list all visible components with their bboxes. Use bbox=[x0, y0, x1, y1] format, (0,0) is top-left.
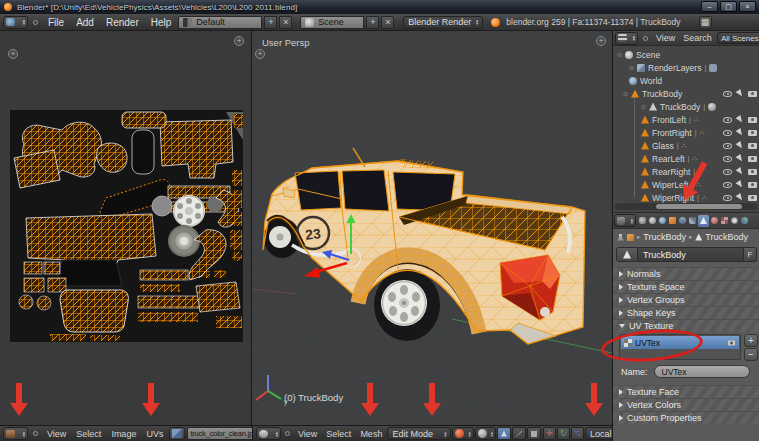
tab-particles[interactable] bbox=[730, 215, 739, 227]
vp-editor-type-button[interactable]: ▴▾ bbox=[256, 427, 281, 440]
tab-material[interactable] bbox=[710, 215, 719, 227]
uv-texture-remove-button[interactable]: − bbox=[744, 348, 758, 361]
uv-menu-select[interactable]: Select bbox=[72, 429, 105, 439]
outliner-editor-type-button[interactable]: ▴▾ bbox=[615, 32, 638, 45]
annotation-arrow-snap bbox=[584, 383, 604, 417]
annotation-arrow-image-selector bbox=[141, 383, 161, 417]
scene-selector[interactable]: Scene bbox=[300, 16, 364, 29]
panel-vertex-groups[interactable]: Vertex Groups bbox=[613, 293, 759, 306]
outliner-item-rearleft[interactable]: RearLeft|∴ bbox=[613, 152, 759, 165]
select-mode-face-button[interactable] bbox=[527, 427, 541, 440]
screen-layout-selector[interactable]: Default bbox=[178, 16, 262, 29]
uv-region-expand-icon[interactable]: + bbox=[8, 49, 18, 59]
properties-editor[interactable]: ▴▾ ▸ TruckBody ▸ Tr bbox=[613, 212, 759, 441]
vp-menu-select[interactable]: Select bbox=[322, 429, 355, 439]
outliner-item-frontleft[interactable]: FrontLeft|∴ bbox=[613, 113, 759, 126]
breadcrumb-object[interactable]: TruckBody bbox=[643, 232, 686, 242]
select-mode-edge-button[interactable] bbox=[512, 427, 526, 440]
uv-editor-icon bbox=[6, 430, 15, 438]
uv-menu-image[interactable]: Image bbox=[107, 429, 140, 439]
image-browse-button[interactable] bbox=[169, 427, 185, 440]
pivot-selector[interactable]: ▴▾ bbox=[475, 427, 496, 440]
uvtex-name-field[interactable]: UVTex bbox=[654, 365, 750, 378]
uv-menu-view[interactable]: View bbox=[43, 429, 70, 439]
tab-scene[interactable] bbox=[648, 215, 657, 227]
uvtex-name-row: Name: UVTex bbox=[613, 364, 759, 379]
layout-delete-button[interactable]: × bbox=[279, 16, 292, 29]
vp-region-expand-icon2[interactable]: + bbox=[596, 36, 606, 46]
maximize-button[interactable]: ▢ bbox=[720, 1, 737, 12]
outliner-item-truckbody-data[interactable]: ⊙TruckBody| bbox=[613, 100, 759, 113]
tab-modifiers[interactable] bbox=[688, 215, 697, 227]
outliner-filter-selector[interactable]: All Scenes ▴▾ bbox=[717, 32, 759, 44]
datablock-name-row: TruckBody F bbox=[616, 247, 757, 262]
outliner-item-scene[interactable]: ⊙Scene bbox=[613, 48, 759, 61]
image-name-field[interactable]: truck_color_clean.jpg bbox=[187, 427, 257, 440]
pulldown-dot-icon bbox=[33, 20, 38, 25]
tab-texture[interactable] bbox=[720, 215, 729, 227]
outliner-item-glass[interactable]: Glass|∴ bbox=[613, 139, 759, 152]
outliner-menu-search[interactable]: Search bbox=[680, 33, 715, 43]
outliner-scrollbar[interactable] bbox=[615, 203, 758, 210]
layout-add-button[interactable]: + bbox=[264, 16, 277, 29]
uv-editor-type-button[interactable]: ▴▾ bbox=[3, 427, 28, 440]
datablock-icon-button[interactable] bbox=[616, 247, 638, 262]
manipulator-translate-button[interactable]: ✛ bbox=[543, 427, 556, 440]
tab-constraints[interactable] bbox=[678, 215, 687, 227]
shading-selector[interactable]: ▴▾ bbox=[452, 427, 473, 440]
breadcrumb-data[interactable]: TruckBody bbox=[705, 232, 748, 242]
uv-region-expand-icon2[interactable]: + bbox=[234, 36, 244, 46]
panel-custom-properties[interactable]: Custom Properties bbox=[613, 411, 759, 424]
pin-icon[interactable] bbox=[617, 234, 624, 241]
datablock-name-field[interactable]: TruckBody bbox=[638, 247, 744, 262]
outliner-scrollbar-thumb[interactable] bbox=[656, 204, 742, 209]
blender-logo-icon bbox=[4, 3, 12, 11]
vp-region-expand-icon[interactable]: + bbox=[255, 49, 265, 59]
properties-editor-type-button[interactable]: ▴▾ bbox=[614, 214, 636, 227]
tab-object-data[interactable] bbox=[698, 215, 709, 227]
menu-render[interactable]: Render bbox=[101, 17, 144, 28]
uvtex-render-icon[interactable] bbox=[728, 340, 735, 345]
uv-image-editor[interactable]: + + bbox=[0, 31, 252, 425]
panel-uv-texture[interactable]: UV Texture bbox=[613, 319, 759, 332]
panel-texture-face[interactable]: Texture Face bbox=[613, 385, 759, 398]
close-button[interactable]: × bbox=[739, 1, 756, 12]
panel-texture-space[interactable]: Texture Space bbox=[613, 280, 759, 293]
viewport-3d[interactable]: 23 bbox=[252, 31, 612, 425]
mesh-data-icon bbox=[695, 234, 702, 241]
scene-add-button[interactable]: + bbox=[366, 16, 379, 29]
scene-delete-button[interactable]: × bbox=[381, 16, 394, 29]
viewport-view-label: User Persp bbox=[262, 37, 310, 48]
menu-add[interactable]: Add bbox=[71, 17, 99, 28]
manipulator-rotate-button[interactable]: ↻ bbox=[557, 427, 570, 440]
datablock-fake-user-button[interactable]: F bbox=[744, 247, 757, 262]
annotation-arrow-mode bbox=[360, 383, 380, 417]
tab-physics[interactable] bbox=[740, 215, 749, 227]
editor-type-button[interactable]: ▴▾ bbox=[3, 16, 28, 29]
render-engine-selector[interactable]: Blender Render ▴▾ bbox=[403, 16, 483, 29]
viewport-canvas: 23 bbox=[252, 31, 612, 425]
panel-normals[interactable]: Normals bbox=[613, 267, 759, 280]
tab-world[interactable] bbox=[658, 215, 667, 227]
panel-shape-keys[interactable]: Shape Keys bbox=[613, 306, 759, 319]
menu-help[interactable]: Help bbox=[146, 17, 177, 28]
mode-selector[interactable]: Edit Mode ▴▾ bbox=[387, 427, 451, 440]
outliner-item-world[interactable]: World bbox=[613, 74, 759, 87]
outliner-item-frontright[interactable]: FrontRight|∴ bbox=[613, 126, 759, 139]
uv-menu-uvs[interactable]: UVs bbox=[142, 429, 167, 439]
outliner-menu-view[interactable]: View bbox=[653, 33, 678, 43]
vp-menu-mesh[interactable]: Mesh bbox=[356, 429, 386, 439]
blender-window: Blender* [D:\Unity\Ed\VehiclePhysics\Ass… bbox=[0, 0, 759, 441]
tab-object[interactable] bbox=[668, 215, 677, 227]
select-mode-vertex-button[interactable] bbox=[497, 427, 511, 440]
outliner-item-truckbody[interactable]: ⊙TruckBody bbox=[613, 87, 759, 100]
info-editor-icon bbox=[6, 18, 15, 26]
vp-menu-view[interactable]: View bbox=[294, 429, 321, 439]
tab-render[interactable] bbox=[638, 215, 647, 227]
menu-file[interactable]: File bbox=[43, 17, 69, 28]
uv-texture-add-button[interactable]: + bbox=[744, 334, 758, 347]
minimize-button[interactable]: – bbox=[701, 1, 718, 12]
outliner-item-renderlayers[interactable]: ⊙RenderLayers| bbox=[613, 61, 759, 74]
panel-vertex-colors[interactable]: Vertex Colors bbox=[613, 398, 759, 411]
manipulator-scale-button[interactable]: ◹ bbox=[571, 427, 584, 440]
